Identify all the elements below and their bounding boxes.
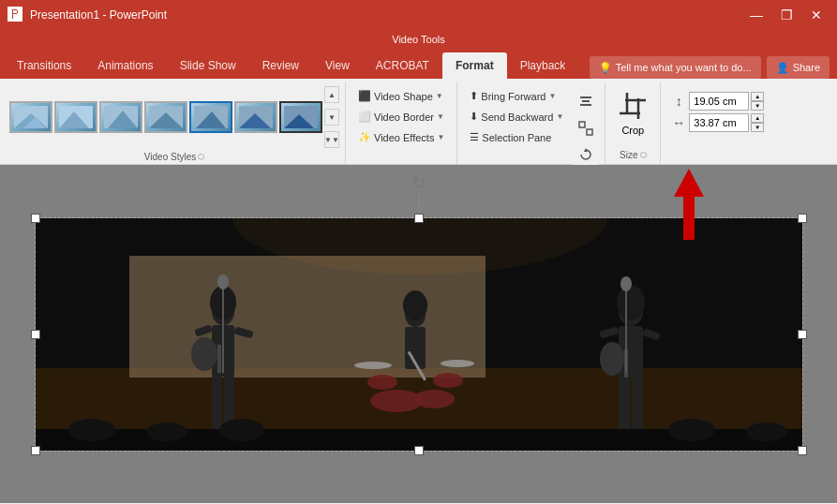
ribbon-tab-bar: Transitions Animations Slide Show Review… [0,49,837,79]
style-thumb-1[interactable] [9,101,52,133]
rotate-button[interactable] [573,142,599,167]
video-shape-icon: ⬛ [358,90,371,102]
group-icon [578,121,593,136]
svg-point-60 [620,276,632,291]
video-styles-header: Video Styles ⬡ [9,150,339,164]
style-thumb-2[interactable] [54,101,97,133]
width-spin-up[interactable]: ▲ [751,113,764,123]
title-bar: 🅿 Presentation1 - PowerPoint — ❐ ✕ [0,0,837,30]
minimize-button[interactable]: — [743,2,770,28]
bring-forward-dropdown-icon: ▼ [548,92,556,100]
tab-transitions[interactable]: Transitions [4,52,84,79]
svg-point-36 [191,337,217,371]
svg-rect-15 [580,96,591,98]
restore-button[interactable]: ❐ [773,2,800,28]
height-icon: ↕ [670,94,687,109]
height-spin-up[interactable]: ▲ [751,92,764,101]
bring-forward-button[interactable]: ⬆ Bring Forward ▼ [463,86,570,106]
rotate-icon [578,147,593,162]
video-styles-label: Video Styles [144,150,196,164]
scroll-down-arrow[interactable]: ▼ [324,109,339,126]
video-effects-icon: ✨ [358,131,371,143]
svg-rect-50 [619,377,630,437]
svg-point-63 [146,422,187,441]
scroll-up-arrow[interactable]: ▲ [324,86,339,103]
tab-animations[interactable]: Animations [84,52,166,79]
person-icon: 👤 [776,62,789,74]
arrange-buttons-col1: ⬆ Bring Forward ▼ ⬇ Send Backward ▼ ☰ Se… [463,86,570,167]
style-thumb-6[interactable] [234,101,277,133]
crop-button[interactable]: Crop [609,88,656,141]
handle-top-right[interactable] [798,214,807,223]
crop-icon [618,93,648,123]
width-input[interactable] [689,113,749,132]
share-button[interactable]: 👤 Share [767,56,830,79]
handle-mid-right[interactable] [798,330,807,339]
video-effects-button[interactable]: ✨ Video Effects ▼ [351,127,451,147]
bring-forward-icon: ⬆ [470,90,478,102]
video-styles-group: ▲ ▼ ▼▼ Video Styles ⬡ [4,82,346,164]
video-content [36,218,802,451]
size-inputs-group: ↕ ▲ ▼ ↔ ▲ ▼ [661,82,773,164]
ribbon: ▲ ▼ ▼▼ Video Styles ⬡ ⬛ Video Shape ▼ ⬜ … [0,79,837,165]
tell-me-button[interactable]: 💡 Tell me what you want to do... [590,56,761,79]
close-button[interactable]: ✕ [803,2,830,28]
svg-point-54 [617,285,645,320]
tab-review[interactable]: Review [249,52,312,79]
svg-point-55 [600,342,624,376]
scroll-more-arrow[interactable]: ▼▼ [324,131,339,148]
height-row: ↕ ▲ ▼ [670,92,764,111]
group-button[interactable] [573,116,599,141]
main-content: ↻ [0,165,837,503]
height-spin-down[interactable]: ▼ [751,101,764,111]
video-border-icon: ⬜ [358,111,371,123]
svg-point-58 [217,274,229,289]
svg-rect-31 [212,376,222,432]
height-input[interactable] [689,92,749,111]
width-spin-down[interactable]: ▼ [751,123,764,132]
scroll-arrows: ▲ ▼ ▼▼ [324,84,339,150]
video-border-button[interactable]: ⬜ Video Border ▼ [351,107,451,126]
handle-mid-left[interactable] [31,330,40,339]
handle-top-left[interactable] [31,214,40,223]
tab-slideshow[interactable]: Slide Show [167,52,249,79]
width-icon: ↔ [670,115,687,130]
video-shape-button[interactable]: ⬛ Video Shape ▼ [351,86,451,106]
send-backward-button[interactable]: ⬇ Send Backward ▼ [463,107,570,126]
band-scene [36,218,802,451]
style-thumb-5[interactable] [189,101,232,133]
svg-point-66 [746,422,787,441]
svg-point-43 [433,373,463,388]
arrow-annotation [670,167,708,244]
rotation-handle[interactable]: ↻ [411,172,426,208]
send-backward-icon: ⬇ [470,111,478,123]
handle-bottom-right[interactable] [798,446,807,455]
thumb-mountain-icon-5 [194,106,228,128]
tab-playback[interactable]: Playback [507,52,579,79]
size-expand-icon[interactable]: ⬡ [640,151,647,159]
video-format-buttons: ⬛ Video Shape ▼ ⬜ Video Border ▼ ✨ Video… [351,86,451,147]
rotate-cursor-icon[interactable]: ↻ [411,172,426,193]
handle-top-mid[interactable] [414,214,424,223]
tab-format[interactable]: Format [442,52,507,79]
style-thumb-4[interactable] [144,101,187,133]
video-styles-expand-icon[interactable]: ⬡ [198,153,204,161]
svg-point-65 [668,419,715,441]
align-button[interactable] [573,90,599,114]
tab-acrobat[interactable]: ACROBAT [363,52,442,79]
handle-bottom-left[interactable] [31,446,40,455]
red-arrow-svg [670,167,708,242]
video-styles-row [9,101,322,133]
svg-point-42 [367,375,397,390]
handle-bottom-mid[interactable] [414,446,424,455]
tab-view[interactable]: View [312,52,363,79]
selection-pane-button[interactable]: ☰ Selection Pane [463,127,570,147]
size-group-label: Size [620,148,637,162]
lightbulb-icon: 💡 [599,62,612,74]
crop-label: Crop [621,125,644,136]
style-thumb-3[interactable] [99,101,142,133]
svg-rect-17 [580,104,591,106]
video-shape-dropdown-icon: ▼ [436,92,443,100]
style-thumb-7[interactable] [279,101,322,133]
svg-rect-16 [582,100,590,102]
